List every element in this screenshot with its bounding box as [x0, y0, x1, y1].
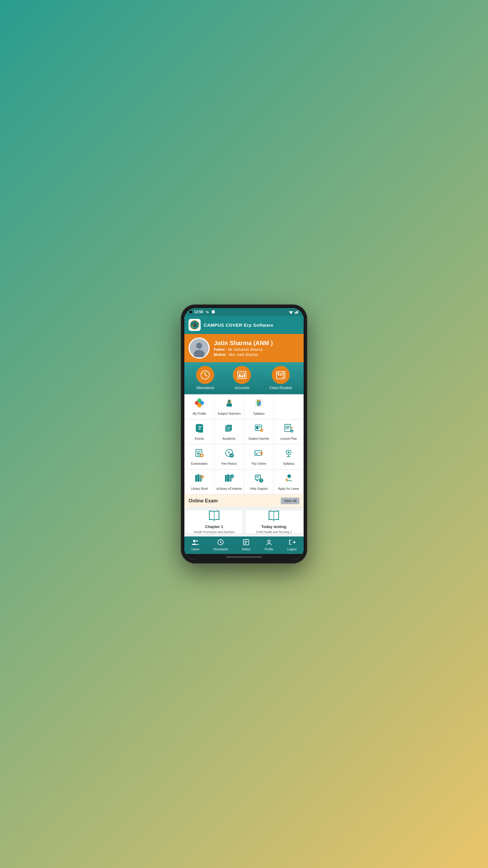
online-exam-header: Online Exam View All	[184, 495, 304, 507]
lesson-plan-label: Lesson Plan	[281, 437, 297, 441]
syllabus-1-label: Syllabus	[253, 412, 264, 415]
examination-label: Examination	[191, 462, 207, 466]
nav-profile[interactable]: Profile	[265, 539, 273, 551]
nav-users[interactable]: Users	[191, 539, 199, 551]
menu-apply-leave[interactable]: Apply for Leave	[274, 470, 304, 495]
elibrary-icon	[224, 473, 234, 485]
menu-events[interactable]: Events	[185, 420, 215, 444]
svg-rect-43	[198, 429, 201, 430]
svg-marker-88	[256, 480, 258, 482]
app-logo: 🎓	[189, 319, 201, 331]
nav-logout[interactable]: Logout	[287, 539, 297, 551]
gear-icon	[205, 310, 209, 314]
menu-elibrary[interactable]: eLibrary eContents	[215, 470, 244, 495]
svg-rect-42	[198, 428, 201, 428]
svg-rect-1	[213, 310, 214, 311]
svg-rect-46	[227, 427, 230, 427]
profile-father: Father : Mr. Ashutosh Sharma	[214, 347, 273, 352]
fee-history-icon: ₹	[224, 448, 234, 460]
exam-book-icon-1	[208, 510, 220, 523]
my-profile-label: My Profile	[193, 412, 206, 415]
help-support-icon: ?	[254, 473, 264, 485]
stat-class-routine[interactable]: Class Routine	[270, 366, 292, 390]
nav-users-label: Users	[191, 548, 199, 551]
svg-rect-34	[227, 402, 231, 403]
svg-rect-60	[197, 451, 201, 452]
svg-rect-77	[197, 474, 199, 482]
menu-examination[interactable]: % Examination	[185, 444, 215, 470]
profile-nav-icon	[266, 539, 272, 547]
svg-rect-7	[297, 311, 298, 314]
nav-notice-label: Notice	[242, 548, 250, 551]
exam-cards-container: Chapter 1 Health Promotion and Nutrition…	[184, 507, 304, 536]
phone-screen: 12:50 🎓 CAMPUS COVER Erp Software	[184, 308, 304, 560]
menu-syllabus-1[interactable]: Syllabus	[244, 395, 274, 420]
menu-syllabus-2[interactable]: Syllabus	[274, 444, 304, 470]
home-bar	[226, 556, 262, 558]
subject-teachers-icon	[224, 398, 234, 410]
library-book-icon	[195, 473, 204, 485]
exam-card-1-subtitle: Health Promotion and Nutrition	[194, 530, 235, 534]
svg-rect-24	[282, 374, 284, 375]
menu-subject-teachers[interactable]: Subject Teachers	[215, 395, 244, 420]
apply-leave-icon	[284, 473, 293, 485]
svg-point-12	[196, 343, 202, 349]
menu-library-book[interactable]: Library Book	[185, 470, 215, 495]
stat-attendance[interactable]: Attendance	[196, 366, 215, 390]
accounts-icon-circle	[233, 366, 251, 384]
svg-point-64	[201, 455, 203, 456]
pay-online-icon	[254, 448, 264, 460]
svg-rect-8	[298, 310, 299, 313]
attendance-label: Attendance	[196, 386, 215, 390]
view-all-button[interactable]: View All	[281, 498, 299, 504]
menu-academic[interactable]: Academic	[215, 420, 244, 444]
apply-leave-label: Apply for Leave	[278, 487, 299, 491]
svg-point-79	[201, 475, 204, 478]
syllabus-icon	[254, 398, 264, 410]
camera-dot	[189, 310, 192, 313]
exam-card-chapter1[interactable]: Chapter 1 Health Promotion and Nutrition	[186, 510, 243, 534]
online-exam-title: Online Exam	[189, 498, 218, 504]
app-header: 🎓 CAMPUS COVER Erp Software	[184, 316, 304, 334]
exam-card-today-testing[interactable]: Today testing Child Health and Nursing 1	[245, 510, 302, 534]
subject-teachers-label: Subject Teachers	[218, 412, 241, 415]
svg-rect-81	[227, 474, 229, 482]
svg-rect-47	[227, 428, 230, 429]
homework-nav-icon	[217, 539, 224, 547]
menu-my-profile[interactable]: My Profile	[185, 395, 215, 420]
svg-rect-50	[256, 426, 258, 429]
fee-history-label: Fee History	[221, 462, 237, 466]
nav-profile-label: Profile	[265, 548, 273, 551]
accounts-label: Accounts	[234, 386, 249, 390]
exam-card-2-subtitle: Child Health and Nursing 1	[256, 530, 292, 534]
svg-rect-41	[198, 426, 202, 427]
svg-point-96	[196, 540, 198, 542]
svg-text:🎓: 🎓	[192, 322, 198, 328]
attendance-icon-circle	[196, 366, 214, 384]
class-routine-icon-circle	[272, 366, 290, 384]
logout-nav-icon	[289, 539, 295, 547]
nav-notice[interactable]: Notice	[242, 539, 250, 551]
menu-fee-history[interactable]: ₹ Fee History	[215, 444, 244, 470]
svg-point-30	[197, 403, 201, 407]
svg-point-102	[268, 540, 270, 542]
svg-rect-52	[259, 427, 261, 428]
menu-pay-online[interactable]: Pay Online	[244, 444, 274, 470]
phone-device: 12:50 🎓 CAMPUS COVER Erp Software	[181, 304, 307, 564]
events-label: Events	[195, 437, 204, 441]
svg-point-95	[193, 540, 195, 542]
academic-icon	[224, 423, 234, 435]
menu-subject-teacher[interactable]: Subject teacher	[244, 420, 274, 444]
elibrary-label: eLibrary eContents	[216, 487, 242, 491]
stat-accounts[interactable]: Accounts	[233, 366, 251, 390]
svg-rect-5	[295, 312, 295, 313]
class-routine-label: Class Routine	[270, 386, 292, 390]
home-indicator	[184, 554, 304, 560]
menu-help-support[interactable]: ? Help Support	[244, 470, 274, 495]
nav-homework[interactable]: Homework	[214, 539, 228, 551]
menu-lesson-plan[interactable]: Lesson Plan	[274, 420, 304, 444]
svg-point-91	[287, 474, 291, 478]
svg-rect-70	[256, 454, 258, 455]
svg-point-83	[230, 474, 234, 478]
svg-text:₹: ₹	[228, 451, 230, 455]
